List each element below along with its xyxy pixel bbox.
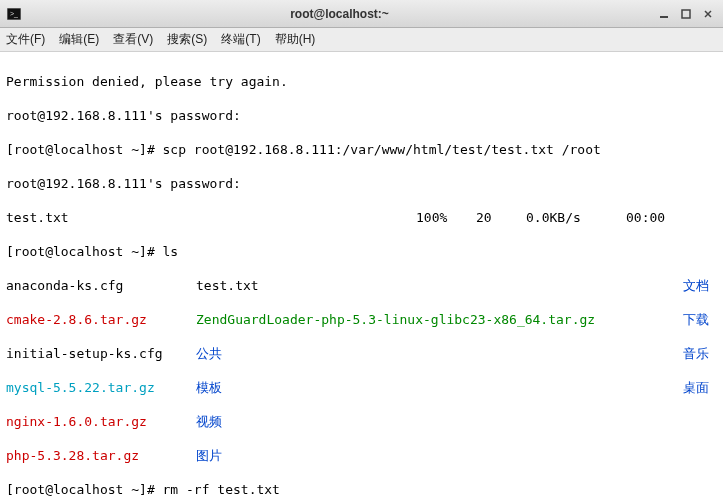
menu-search[interactable]: 搜索(S) [167, 31, 207, 48]
progress-filename: test.txt [6, 209, 416, 226]
progress-percent: 100% [416, 209, 476, 226]
ls-dir: 文档 [683, 277, 717, 294]
terminal-output[interactable]: Permission denied, please try again. roo… [0, 52, 723, 504]
ls-file: initial-setup-ks.cfg [6, 345, 196, 362]
terminal-app-icon: >_ [6, 6, 22, 22]
ls-dir: 模板 [196, 379, 683, 396]
output-line: root@192.168.8.111's password: [6, 107, 717, 124]
ls-archive: php-5.3.28.tar.gz [6, 447, 196, 464]
ls-archive: nginx-1.6.0.tar.gz [6, 413, 196, 430]
scp-progress: test.txt100%200.0KB/s00:00 [6, 209, 717, 226]
svg-text:>_: >_ [10, 10, 18, 18]
ls-row: anaconda-ks.cfgtest.txt文档 [6, 277, 717, 294]
ls-dir: 音乐 [683, 345, 717, 362]
ls-row: mysql-5.5.22.tar.gz模板桌面 [6, 379, 717, 396]
menu-file[interactable]: 文件(F) [6, 31, 45, 48]
close-button[interactable] [699, 5, 717, 23]
ls-row: nginx-1.6.0.tar.gz视频 [6, 413, 717, 430]
output-line: root@192.168.8.111's password: [6, 175, 717, 192]
svg-rect-4 [682, 10, 690, 18]
ls-row: cmake-2.8.6.tar.gzZendGuardLoader-php-5.… [6, 311, 717, 328]
ls-file: test.txt [196, 277, 683, 294]
output-line: [root@localhost ~]# ls [6, 243, 717, 260]
menu-edit[interactable]: 编辑(E) [59, 31, 99, 48]
ls-file: anaconda-ks.cfg [6, 277, 196, 294]
svg-rect-3 [660, 16, 668, 18]
minimize-button[interactable] [655, 5, 673, 23]
ls-dir: 下载 [683, 311, 717, 328]
progress-speed: 0.0KB/s [526, 209, 626, 226]
ls-row: php-5.3.28.tar.gz图片 [6, 447, 717, 464]
ls-symlink: mysql-5.5.22.tar.gz [6, 379, 196, 396]
ls-dir: 公共 [196, 345, 683, 362]
ls-dir: 图片 [196, 447, 683, 464]
progress-bytes: 20 [476, 209, 526, 226]
menubar: 文件(F) 编辑(E) 查看(V) 搜索(S) 终端(T) 帮助(H) [0, 28, 723, 52]
ls-dir: 桌面 [683, 379, 717, 396]
ls-executable: ZendGuardLoader-php-5.3-linux-glibc23-x8… [196, 311, 683, 328]
menu-view[interactable]: 查看(V) [113, 31, 153, 48]
titlebar: >_ root@localhost:~ [0, 0, 723, 28]
maximize-button[interactable] [677, 5, 695, 23]
ls-archive: cmake-2.8.6.tar.gz [6, 311, 196, 328]
menu-terminal[interactable]: 终端(T) [221, 31, 260, 48]
window-title: root@localhost:~ [28, 7, 651, 21]
output-line: [root@localhost ~]# scp root@192.168.8.1… [6, 141, 717, 158]
output-line: [root@localhost ~]# rm -rf test.txt [6, 481, 717, 498]
menu-help[interactable]: 帮助(H) [275, 31, 316, 48]
output-line: Permission denied, please try again. [6, 73, 717, 90]
progress-time: 00:00 [626, 209, 665, 226]
ls-dir: 视频 [196, 413, 683, 430]
ls-row: initial-setup-ks.cfg公共音乐 [6, 345, 717, 362]
